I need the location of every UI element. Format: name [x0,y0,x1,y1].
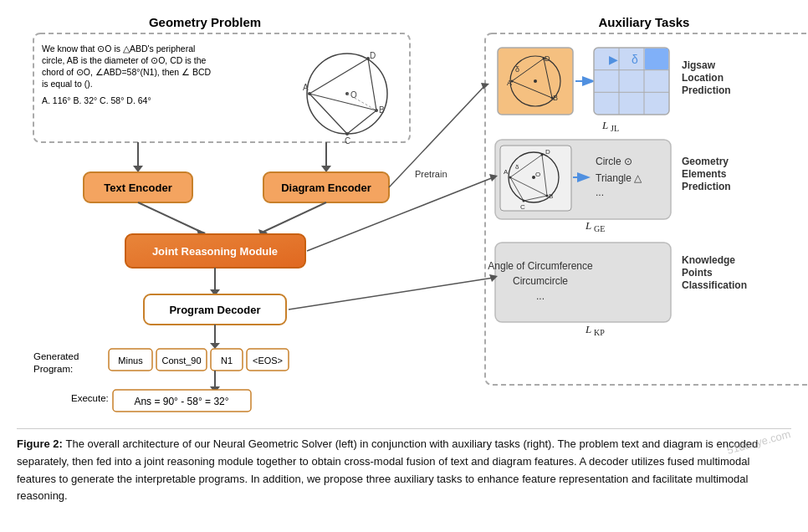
svg-text:Execute:: Execute: [71,393,109,403]
aux-tasks-title: Auxiliary Tasks [599,15,690,29]
caption-label: Figure 2: [17,437,66,450]
svg-text:D: D [370,51,376,60]
svg-text:<EOS>: <EOS> [253,356,283,366]
svg-line-123 [289,278,493,309]
svg-marker-26 [321,166,331,172]
svg-marker-38 [210,343,220,349]
svg-text:δ: δ [632,53,638,66]
svg-text:Const_90: Const_90 [161,356,201,366]
svg-text:C: C [520,203,525,211]
svg-text:Pretrain: Pretrain [415,169,447,179]
svg-line-31 [263,202,326,232]
svg-text:Angle of Circumference: Angle of Circumference [488,260,593,272]
svg-text:O: O [535,171,540,178]
svg-text:...: ... [536,290,545,302]
svg-text:▶: ▶ [609,53,618,66]
svg-text:B: B [549,192,553,200]
program-decoder-label: Program Decoder [169,304,260,316]
svg-text:Ans = 90° - 58° = 32°: Ans = 90° - 58° = 32° [134,396,228,407]
svg-text:A. 116°  B. 32°  C. 58°  D. 64: A. 116° B. 32° C. 58° D. 64° [42,95,151,105]
svg-text:Classification: Classification [682,279,747,291]
svg-text:We know that ⊙O is △ABD's peri: We know that ⊙O is △ABD's peripheral [42,43,195,54]
svg-text:Knowledge: Knowledge [682,254,735,266]
loss-jl-label: L [601,119,608,131]
svg-text:O: O [350,90,357,100]
caption-text: The overall architecture of our Neural G… [17,437,758,502]
svg-marker-24 [133,166,143,172]
svg-text:L: L [585,323,591,335]
svg-text:Geometry: Geometry [682,156,729,167]
svg-text:chord of ⊙O, ∠ABD=58°(N1), the: chord of ⊙O, ∠ABD=58°(N1), then ∠ BCD [42,67,212,77]
svg-text:D: D [545,54,550,63]
svg-text:Triangle △: Triangle △ [596,172,642,184]
svg-text:D: D [545,148,550,156]
svg-text:...: ... [596,187,604,198]
svg-point-57 [534,79,537,83]
svg-text:GE: GE [594,224,605,233]
svg-text:Points: Points [682,267,713,279]
svg-text:Generated: Generated [33,351,79,361]
joint-reasoning-label: Joint Reasoning Module [152,245,278,258]
svg-text:JL: JL [611,124,619,133]
svg-text:Jigsaw: Jigsaw [682,59,716,71]
svg-text:B: B [379,105,385,115]
svg-text:A: A [507,79,512,87]
svg-line-29 [138,202,201,232]
architecture-svg: Geometry Problem We know that ⊙O is △ABD… [17,10,808,420]
svg-text:A: A [303,83,309,92]
svg-text:δ: δ [515,65,519,74]
svg-text:KP: KP [594,328,605,337]
svg-text:Location: Location [682,72,724,84]
svg-rect-74 [645,49,668,69]
svg-text:N1: N1 [221,356,233,366]
svg-text:B: B [553,94,558,102]
svg-text:Program:: Program: [33,364,73,374]
svg-text:Circle ⊙: Circle ⊙ [596,156,632,167]
svg-text:Circumcircle: Circumcircle [513,275,568,287]
geometry-problem-title: Geometry Problem [149,15,261,29]
diagram-encoder-label: Diagram Encoder [281,182,371,194]
figure-caption: Figure 2: The overall architecture of ou… [17,428,791,505]
svg-text:A: A [504,168,509,176]
svg-text:C: C [345,136,350,146]
svg-text:Prediction: Prediction [682,181,731,192]
svg-text:Minus: Minus [118,356,143,366]
svg-text:Prediction: Prediction [682,84,731,96]
svg-text:L: L [585,219,591,232]
svg-text:δ: δ [515,163,519,171]
text-encoder-label: Text Encoder [104,182,171,194]
svg-text:circle, AB is the diameter of : circle, AB is the diameter of ⊙O, CD is … [42,55,206,65]
svg-text:is equal to ().: is equal to (). [42,79,93,89]
architecture-diagram: Geometry Problem We know that ⊙O is △ABD… [17,10,808,420]
svg-text:Elements: Elements [682,168,727,180]
